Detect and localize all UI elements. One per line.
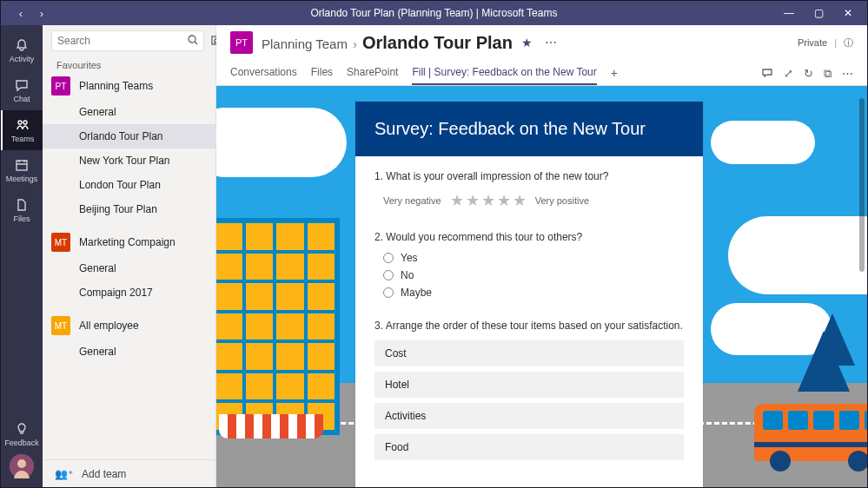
svg-point-4	[17, 459, 26, 468]
bell-icon	[14, 37, 30, 53]
tab-chat-icon[interactable]	[761, 67, 773, 82]
window-maximize-icon[interactable]: ▢	[812, 7, 825, 19]
apprail-feedback[interactable]: Feedback	[1, 414, 43, 454]
chevron-right-icon: ›	[353, 36, 357, 51]
tab-popout-icon[interactable]: ⧉	[824, 67, 832, 82]
files-icon	[14, 197, 30, 213]
radio-icon	[383, 287, 394, 298]
q2-option-no[interactable]: No	[383, 269, 684, 281]
tab-sharepoint[interactable]: SharePoint	[347, 66, 398, 85]
star-icon[interactable]: ★	[513, 191, 527, 210]
q3-item-activities[interactable]: Activities	[374, 403, 684, 429]
team-badge: MT	[51, 233, 70, 252]
search-box[interactable]	[51, 30, 204, 51]
q1-star-rating[interactable]: ★ ★ ★ ★ ★	[450, 191, 527, 210]
channel-new-york-tour-plan[interactable]: New York Tour Plan	[43, 148, 215, 173]
info-icon[interactable]: ⓘ	[844, 36, 853, 49]
svg-point-0	[18, 121, 22, 124]
search-input[interactable]	[57, 31, 188, 50]
q2-option-label: No	[401, 269, 414, 281]
team-list-sidebar: Favourites PT Planning Teams General Orl…	[43, 25, 216, 487]
privacy-label: Private	[798, 37, 827, 48]
channel-header: PT Planning Team › Orlando Tour Plan ★ ⋯…	[216, 25, 867, 60]
team-name: All employee	[79, 320, 139, 332]
apprail-files[interactable]: Files	[1, 190, 43, 230]
content-scrollbar[interactable]	[859, 98, 865, 272]
favourite-star-icon[interactable]: ★	[521, 36, 533, 49]
channel-london-tour-plan[interactable]: London Tour Plan	[43, 173, 215, 197]
apprail-activity[interactable]: Activity	[1, 30, 43, 70]
tab-more-icon[interactable]: ⋯	[842, 67, 853, 82]
q3-item-hotel[interactable]: Hotel	[374, 372, 684, 398]
channel-general[interactable]: General	[43, 340, 215, 364]
team-marketing-compaign[interactable]: MT Marketing Compaign	[43, 228, 215, 256]
team-all-employee[interactable]: MT All employee	[43, 312, 215, 340]
q2-option-maybe[interactable]: Maybe	[383, 287, 684, 299]
channel-orlando-tour-plan[interactable]: Orlando Tour Plan	[43, 124, 215, 148]
tab-fill-survey[interactable]: Fill | Survey: Feedback on the New Tour	[412, 66, 596, 85]
team-badge: MT	[51, 316, 70, 335]
apprail-chat[interactable]: Chat	[1, 70, 43, 110]
lightbulb-icon	[14, 421, 30, 437]
chat-icon	[14, 77, 30, 93]
star-icon[interactable]: ★	[450, 191, 464, 210]
q3-item-cost[interactable]: Cost	[374, 340, 684, 366]
user-avatar[interactable]	[10, 454, 34, 478]
apprail-teams[interactable]: Teams	[1, 110, 43, 150]
apprail-meetings[interactable]: Meetings	[1, 150, 43, 190]
tab-reload-icon[interactable]: ↻	[804, 67, 813, 82]
breadcrumb: Planning Team › Orlando Tour Plan	[262, 33, 513, 53]
apprail-files-label: Files	[13, 214, 30, 223]
window-close-icon[interactable]: ✕	[841, 7, 855, 19]
calendar-icon	[14, 157, 30, 173]
svg-point-5	[189, 36, 195, 43]
add-team-label: Add team	[82, 468, 126, 480]
window-minimize-icon[interactable]: —	[782, 7, 796, 19]
team-name: Marketing Compaign	[79, 236, 176, 248]
svg-rect-2	[17, 161, 27, 170]
star-icon[interactable]: ★	[481, 191, 495, 210]
channel-more-icon[interactable]: ⋯	[545, 36, 557, 49]
radio-icon	[383, 253, 394, 263]
survey-panel: Survey: Feedback on the New Tour 1. What…	[355, 102, 703, 487]
apprail-feedback-label: Feedback	[4, 439, 39, 447]
q1-min-label: Very negative	[383, 195, 441, 206]
channel-beijing-tour-plan[interactable]: Beijing Tour Plan	[43, 197, 215, 221]
channel-compaign-2017[interactable]: Compaign 2017	[43, 280, 215, 305]
apprail-chat-label: Chat	[13, 95, 30, 103]
tab-conversations[interactable]: Conversations	[230, 66, 297, 85]
team-planning-teams[interactable]: PT Planning Teams	[43, 72, 215, 100]
main-column: PT Planning Team › Orlando Tour Plan ★ ⋯…	[216, 25, 867, 487]
nav-forward-icon[interactable]: ›	[34, 7, 50, 20]
person-icon	[10, 454, 34, 478]
q2-option-label: Yes	[401, 252, 418, 264]
add-team-icon: 👥⁺	[55, 468, 73, 480]
breadcrumb-parent[interactable]: Planning Team	[262, 36, 348, 51]
radio-icon	[383, 270, 394, 280]
q2-option-yes[interactable]: Yes	[383, 252, 684, 264]
search-icon[interactable]	[188, 35, 198, 48]
add-team-button[interactable]: 👥⁺ Add team	[43, 459, 215, 487]
q3-text: 3. Arrange the order of these tour items…	[374, 320, 684, 332]
star-icon[interactable]: ★	[466, 191, 480, 210]
q1-max-label: Very positive	[535, 195, 589, 206]
team-badge: PT	[51, 76, 70, 96]
teams-icon	[15, 117, 30, 133]
team-name: Planning Teams	[79, 80, 153, 92]
apprail-activity-label: Activity	[10, 55, 35, 63]
q2-text: 2. Would you recommend this tour to othe…	[374, 231, 684, 243]
q2-option-label: Maybe	[401, 287, 432, 299]
apprail-teams-label: Teams	[11, 135, 35, 143]
tab-bar: Conversations Files SharePoint Fill | Su…	[216, 60, 867, 86]
tab-files[interactable]: Files	[311, 66, 333, 85]
star-icon[interactable]: ★	[497, 191, 511, 210]
nav-back-icon[interactable]: ‹	[13, 7, 29, 20]
bus-illustration	[754, 404, 867, 461]
q3-item-food[interactable]: Food	[374, 434, 684, 460]
header-team-badge: PT	[230, 31, 253, 54]
tab-expand-icon[interactable]: ⤢	[784, 67, 793, 82]
add-tab-icon[interactable]: +	[611, 66, 618, 85]
channel-general[interactable]: General	[43, 100, 215, 124]
channel-general[interactable]: General	[43, 256, 215, 280]
tab-content: Survey: Feedback on the New Tour 1. What…	[216, 86, 867, 487]
